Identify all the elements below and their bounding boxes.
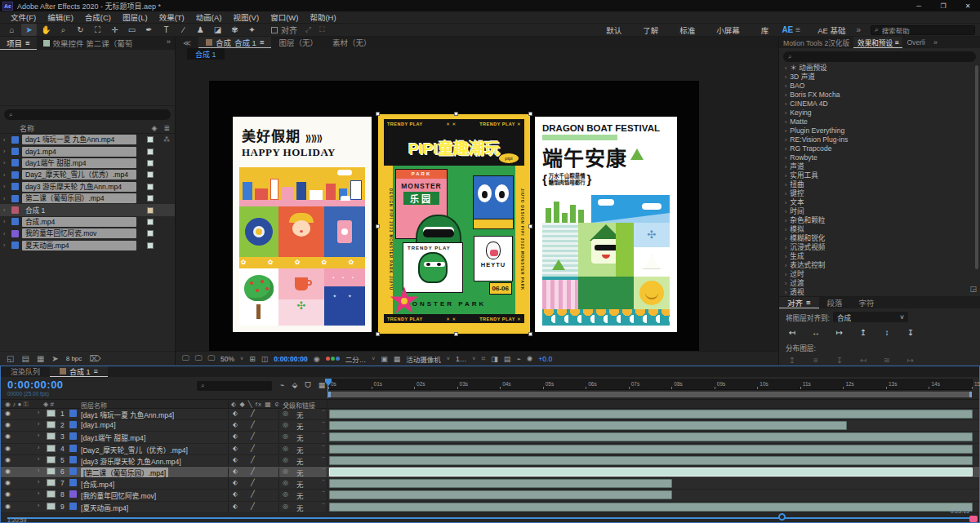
- new-composition-icon[interactable]: ▦: [37, 354, 44, 363]
- effect-category[interactable]: ›RG Trapcode: [779, 144, 980, 153]
- align-bottom-icon[interactable]: ↧: [904, 327, 917, 338]
- twirl-icon[interactable]: ›: [785, 119, 786, 125]
- workspace-overflow-icon[interactable]: »: [856, 25, 867, 34]
- twirl-icon[interactable]: ›: [3, 231, 11, 237]
- parent-dropdown[interactable]: 无: [296, 445, 304, 454]
- visibility-eye-icon[interactable]: ◉: [5, 503, 11, 510]
- timeline-layer-row[interactable]: ◉›2[day1.mp4]⬖╱◎无ˇ: [1, 420, 979, 432]
- panel-overflow-icon[interactable]: »: [929, 37, 942, 48]
- parent-dropdown[interactable]: 无: [296, 421, 304, 431]
- composition-stage[interactable]: 美好假期 ⟫⟫⟫ HAPPY HOLIDAY: [209, 81, 699, 351]
- label-color-chip[interactable]: [147, 207, 154, 214]
- panel-menu-icon[interactable]: ≡: [25, 38, 30, 47]
- twirl-icon[interactable]: ›: [785, 263, 786, 268]
- effect-category[interactable]: ›过时: [779, 270, 980, 279]
- fx-switch-icon[interactable]: ╱: [251, 456, 255, 463]
- puppet-pin-tool[interactable]: ✦: [244, 24, 260, 36]
- effect-category[interactable]: ›沉浸式视频: [779, 243, 980, 252]
- selection-handle[interactable]: [528, 112, 532, 116]
- layer-duration-bar[interactable]: [329, 490, 672, 499]
- twirl-icon[interactable]: ›: [38, 490, 39, 496]
- tab-align[interactable]: 对齐≡: [779, 297, 819, 308]
- twirl-icon[interactable]: ›: [3, 160, 11, 166]
- timeline-layer-row[interactable]: ◉›1[day1 嗨玩一夏 九鱼Ann.mp4]⬖╱◎无ˇ: [1, 409, 979, 420]
- camera-dropdown[interactable]: 活动摄像机: [406, 354, 441, 364]
- panel-menu-icon[interactable]: ≡: [806, 298, 811, 307]
- effect-category[interactable]: ›RE:Vision Plug-ins: [779, 135, 980, 144]
- parent-dropdown[interactable]: 无: [296, 410, 304, 419]
- fx-switch-icon[interactable]: ╱: [251, 432, 255, 440]
- effect-category[interactable]: ›文本: [779, 198, 980, 207]
- project-item[interactable]: ›第二课（葡萄乐园）.mp4: [0, 193, 175, 204]
- pickwhip-icon[interactable]: ◎: [283, 468, 288, 475]
- pickwhip-icon[interactable]: ◎: [283, 456, 288, 463]
- effect-category[interactable]: ›Plugin Everything: [779, 126, 980, 135]
- current-time-display[interactable]: 0:00:00:00: [7, 379, 64, 391]
- label-color-chip[interactable]: [47, 503, 56, 510]
- distribute-h-center-icon[interactable]: ≋: [880, 355, 893, 366]
- tab-timeline-comp[interactable]: 合成 1 ≡: [50, 366, 108, 377]
- visibility-eye-icon[interactable]: ◉: [5, 479, 11, 486]
- parent-dropdown[interactable]: 无: [296, 468, 304, 477]
- parent-dropdown[interactable]: 无: [296, 432, 304, 442]
- pickwhip-icon[interactable]: ◎: [283, 432, 288, 440]
- tab-composition[interactable]: 合成 合成 1 ≡: [198, 37, 272, 48]
- pan-behind-tool[interactable]: ✛: [107, 24, 122, 36]
- effect-category[interactable]: ›表达式控制: [779, 261, 980, 270]
- label-color-chip[interactable]: [47, 432, 56, 440]
- project-item[interactable]: ›day1.mp4: [0, 145, 175, 157]
- twirl-icon[interactable]: ›: [785, 200, 786, 206]
- menu-item-编辑E[interactable]: 编辑(E): [42, 11, 79, 23]
- project-search-input[interactable]: ⌕: [4, 109, 171, 120]
- quality-switch-icon[interactable]: ⬖: [233, 410, 238, 417]
- roto-brush-tool[interactable]: ✾: [227, 24, 243, 36]
- layer-duration-bar[interactable]: [329, 432, 973, 441]
- region-of-interest-icon[interactable]: ▣: [381, 355, 388, 363]
- effect-category[interactable]: ›＊ 动画预设: [779, 64, 980, 73]
- label-color-chip[interactable]: [147, 230, 154, 237]
- twirl-icon[interactable]: ›: [785, 173, 786, 179]
- workspace-小屏幕[interactable]: 小屏幕: [706, 24, 751, 36]
- visibility-eye-icon[interactable]: ◉: [5, 456, 11, 463]
- tab-character[interactable]: 字符: [851, 297, 883, 308]
- interpret-footage-icon[interactable]: ◱: [7, 354, 14, 363]
- resize-grip-icon[interactable]: ◲: [969, 285, 977, 293]
- layer-name[interactable]: [day1.mp4]: [81, 421, 116, 429]
- effect-category[interactable]: ›Keying: [779, 109, 980, 117]
- label-color-chip[interactable]: [147, 148, 154, 155]
- parent-dropdown[interactable]: 无: [296, 479, 304, 489]
- twirl-icon[interactable]: ›: [3, 196, 11, 202]
- distribute-bottom-icon[interactable]: ↧: [833, 355, 846, 366]
- selection-handle[interactable]: [528, 332, 532, 336]
- label-color-chip[interactable]: [147, 171, 154, 178]
- twirl-icon[interactable]: ›: [785, 155, 786, 161]
- quality-switch-icon[interactable]: ⬖: [233, 479, 238, 486]
- scrollbar[interactable]: [975, 65, 978, 269]
- fx-switch-icon[interactable]: ╱: [251, 479, 255, 486]
- twirl-icon[interactable]: ›: [3, 172, 11, 178]
- quality-switch-icon[interactable]: ⬖: [233, 432, 238, 440]
- timeline-layer-row[interactable]: ◉›7[合成.mp4]⬖╱◎无ˇ: [1, 478, 979, 490]
- always-preview-icon[interactable]: 🖵: [182, 354, 189, 363]
- effect-category[interactable]: ›模拟: [779, 225, 980, 234]
- frame-blend-icon[interactable]: ▦: [318, 381, 326, 390]
- twirl-icon[interactable]: ›: [38, 421, 39, 427]
- panel-menu-icon[interactable]: ≡: [260, 38, 265, 47]
- fx-switch-icon[interactable]: ╱: [251, 421, 255, 428]
- workspace-了解[interactable]: 了解: [632, 24, 669, 36]
- twirl-icon[interactable]: ›: [38, 432, 39, 438]
- timeline-layer-row[interactable]: ◉›9[夏天动画.mp4]⬖╱◎无ˇ: [1, 502, 979, 513]
- effect-category[interactable]: ›键控: [779, 189, 980, 198]
- effect-category[interactable]: ›CINEMA 4D: [779, 100, 980, 109]
- label-color-chip[interactable]: [47, 445, 56, 452]
- menu-item-动画A[interactable]: 动画(A): [190, 11, 228, 23]
- label-color-chip[interactable]: [147, 219, 154, 225]
- layer-name[interactable]: [day3 游乐摩天轮 九鱼Ann.mp4]: [81, 456, 181, 466]
- pickwhip-icon[interactable]: ◎: [283, 410, 288, 417]
- effect-category[interactable]: ›Boris FX Mocha: [779, 91, 980, 100]
- quality-switch-icon[interactable]: ⬖: [233, 490, 238, 498]
- shy-icon[interactable]: ᗜ: [305, 381, 310, 390]
- viewer-overflow-left-icon[interactable]: ≪: [176, 37, 198, 48]
- comp-subtab[interactable]: 合成 1: [187, 48, 225, 60]
- align-h-center-icon[interactable]: ↔: [809, 327, 822, 338]
